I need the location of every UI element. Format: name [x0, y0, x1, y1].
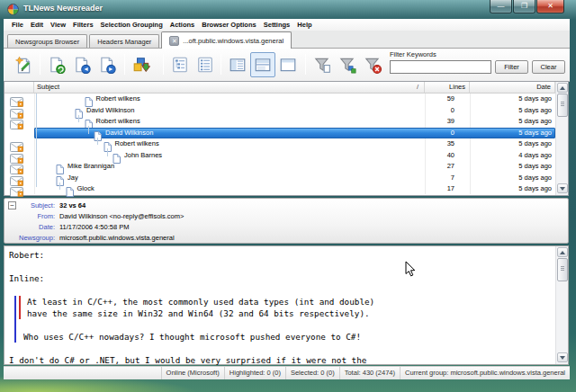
author-label: David Wilkinson: [105, 128, 153, 139]
message-subject: 32 vs 64: [59, 200, 86, 211]
column-header-subject[interactable]: Subject /: [34, 82, 425, 94]
thread-row[interactable]: John Barnes404 days ago: [4, 150, 555, 162]
save-article-icon[interactable]: [44, 52, 69, 77]
lines-value: 17: [392, 183, 454, 195]
body-paragraph: Robert:: [9, 249, 544, 261]
lines-value: 0: [392, 128, 454, 139]
tab-label: ...oft.public.windows.vista.general: [183, 37, 284, 45]
list-scrollbar[interactable]: [555, 82, 568, 195]
subject-header-label: Subject: [37, 83, 59, 91]
menu-item-settings[interactable]: Settings: [260, 19, 294, 31]
menu-item-view[interactable]: View: [47, 19, 69, 31]
filter-remove-icon[interactable]: [360, 52, 385, 77]
lines-value: 40: [392, 150, 454, 162]
date-value: 5 days ago: [459, 183, 552, 195]
title-bar[interactable]: TLNews Newsreader — ❐ ✕: [0, 0, 576, 19]
menu-item-file[interactable]: File: [8, 19, 27, 31]
tree-guide-line: [36, 94, 37, 187]
compose-post-icon[interactable]: [11, 52, 36, 77]
message-header-pane: − Subject: 32 vs 64 From: David Wilkinso…: [4, 198, 569, 244]
tab--oft-public-windows-vista-general[interactable]: ✕...oft.public.windows.vista.general: [161, 31, 292, 49]
body-scrollbar-thumb[interactable]: [557, 258, 568, 281]
lines-value: 7: [392, 173, 454, 184]
author-label: Robert wilkens: [115, 138, 159, 150]
flat-view-icon[interactable]: [193, 52, 218, 77]
sort-ascending-icon: /: [417, 82, 418, 93]
body-paragraph: I don't do C# or .NET, but I would be ve…: [9, 354, 544, 366]
menu-item-actions[interactable]: Actions: [166, 19, 199, 31]
menu-item-help[interactable]: Help: [293, 19, 315, 31]
date-value: 5 days ago: [459, 105, 552, 117]
quoted-line: Who uses C/C++ nowadays? I thought micro…: [23, 331, 544, 343]
next-article-icon[interactable]: [94, 52, 120, 77]
status-spacer: [4, 367, 161, 379]
menu-item-browser-options[interactable]: Browser Options: [198, 19, 259, 31]
thread-row[interactable]: Robert wilkens355 days ago: [4, 138, 555, 150]
author-label: Robert wilkens: [96, 94, 140, 105]
date-value: 5 days ago: [459, 94, 552, 105]
filter-saved-icon[interactable]: [310, 52, 335, 77]
filter-groups-icon[interactable]: [335, 52, 360, 77]
menu-bar: FileEditViewFiltersSelection GroupingAct…: [4, 19, 570, 31]
quoted-text-inner: At least in C/C++, the most commonly use…: [19, 296, 544, 319]
tab-newsgroups-browser[interactable]: Newsgroups Browser: [7, 34, 87, 48]
download-bodies-icon[interactable]: [129, 52, 154, 77]
thread-row[interactable]: Glock175 days ago: [4, 183, 555, 195]
toolbar-separator: [163, 54, 164, 75]
column-header-date[interactable]: Date: [470, 82, 555, 94]
author-label: John Barnes: [124, 150, 162, 162]
subject-label: Subject:: [4, 200, 55, 211]
menu-item-filters[interactable]: Filters: [69, 19, 97, 31]
column-header-lines[interactable]: Lines: [425, 82, 470, 94]
menu-item-edit[interactable]: Edit: [27, 19, 47, 31]
filter-keywords-label: Filter Keywords: [390, 50, 436, 58]
filter-keywords-input[interactable]: [390, 60, 491, 74]
tree-guide-line: [88, 126, 89, 134]
from-label: From:: [4, 211, 55, 222]
scroll-up-icon[interactable]: [557, 247, 568, 257]
author-label: David Wilkinson: [86, 105, 134, 117]
threaded-view-icon[interactable]: [167, 52, 193, 77]
thread-row[interactable]: David Wilkinson05 days ago: [4, 105, 555, 117]
scroll-up-icon[interactable]: [557, 83, 568, 93]
layout-horizontal-split-icon[interactable]: [250, 52, 275, 77]
clear-button[interactable]: Clear: [532, 60, 565, 74]
thread-row[interactable]: Mike Brannigan275 days ago: [4, 161, 555, 173]
layout-vertical-split-icon[interactable]: [225, 52, 250, 77]
layout-single-pane-icon[interactable]: [275, 52, 301, 77]
message-newsgroup: microsoft.public.windows.vista.general: [59, 233, 175, 244]
tab-headers-manager[interactable]: Headers Manager: [89, 34, 159, 48]
body-paragraph: [9, 261, 544, 272]
status-total: Total: 430 (2474): [339, 367, 400, 379]
previous-article-icon[interactable]: [69, 52, 94, 77]
lines-value: 39: [392, 116, 454, 128]
lines-value: 0: [392, 105, 454, 117]
author-label: Glock: [77, 183, 94, 195]
scroll-down-icon[interactable]: [557, 352, 568, 362]
status-connection: Online (Microsoft): [161, 367, 224, 379]
status-highlighted: Highlighted: 0 (0): [224, 367, 285, 379]
column-header-status[interactable]: [4, 82, 34, 94]
body-paragraph: Inline:: [9, 272, 544, 284]
menu-item-selection-grouping[interactable]: Selection Grouping: [97, 19, 166, 31]
thread-row[interactable]: Jay75 days ago: [4, 173, 555, 184]
close-button[interactable]: ✕: [536, 0, 564, 13]
scroll-down-icon[interactable]: [557, 183, 568, 193]
message-date: 11/17/2006 4:50:58 PM: [59, 222, 129, 233]
tree-guide-line: [78, 115, 79, 123]
mouse-cursor: [405, 261, 416, 277]
date-value: 4 days ago: [459, 150, 552, 162]
tab-bar: Newsgroups BrowserHeaders Manager✕...oft…: [4, 31, 570, 49]
list-scrollbar-thumb[interactable]: [557, 94, 568, 117]
thread-row[interactable]: Robert wilkens595 days ago: [4, 94, 555, 105]
message-body: Robert: Inline: At least in C/C++, the m…: [9, 249, 544, 378]
status-current-group: Current group: microsoft.public.windows.…: [400, 367, 570, 379]
body-scrollbar[interactable]: [555, 246, 568, 364]
minimize-button[interactable]: —: [490, 0, 512, 13]
date-value: 5 days ago: [459, 116, 552, 128]
date-value: 5 days ago: [459, 161, 552, 173]
tab-close-icon[interactable]: ✕: [169, 36, 179, 46]
status-bar: Online (Microsoft)Highlighted: 0 (0)Sele…: [4, 366, 570, 379]
maximize-button[interactable]: ❐: [513, 0, 536, 13]
filter-button[interactable]: Filter: [495, 60, 528, 74]
